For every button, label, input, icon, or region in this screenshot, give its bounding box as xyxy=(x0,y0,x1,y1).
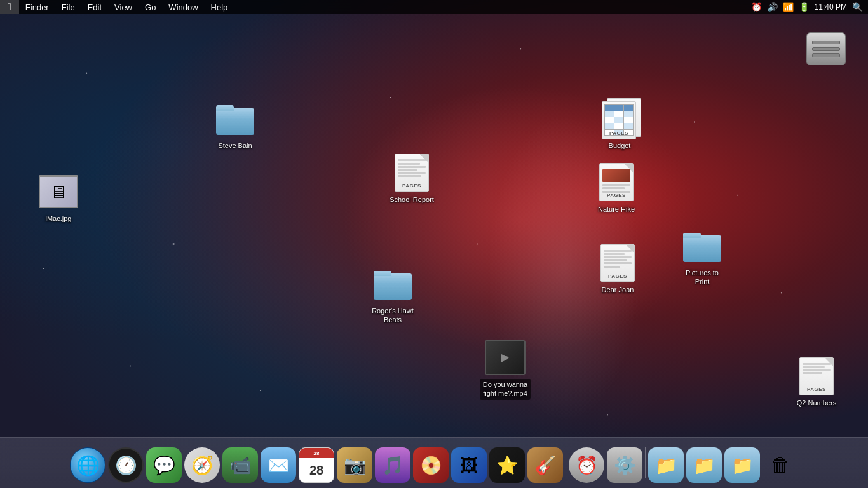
rogers-hawt-label: Roger's Hawt Beats xyxy=(367,306,418,325)
time-machine-menubar-icon[interactable]: ⏰ xyxy=(751,2,762,12)
file-menu[interactable]: File xyxy=(55,0,81,14)
video-label: Do you wanna fight me?.mp4 xyxy=(480,379,531,400)
hard-drive-label xyxy=(824,71,828,72)
dock-calendar[interactable]: 28 28 xyxy=(299,447,334,483)
dock-preview[interactable]: 🖼 xyxy=(451,447,487,483)
dock-folder-2[interactable]: 📁 xyxy=(686,447,722,483)
dock-finder[interactable]: 🌐 xyxy=(70,447,105,483)
sound-icon[interactable]: 🔊 xyxy=(767,2,778,12)
school-report-icon: PAGES xyxy=(395,154,429,192)
battery-icon: 🔋 xyxy=(799,2,810,12)
dock-guitar[interactable]: 🎸 xyxy=(527,447,563,483)
dock-activity-monitor[interactable]: 🕐 xyxy=(108,447,144,483)
dock-safari[interactable]: 🧭 xyxy=(184,447,220,483)
dock-iphoto[interactable]: 📷 xyxy=(337,447,372,483)
school-report-label: School Report xyxy=(388,194,436,205)
dock-separator-2 xyxy=(645,447,646,478)
help-menu[interactable]: Help xyxy=(205,0,234,14)
dock-folder-3[interactable]: 📁 xyxy=(724,447,760,483)
dear-joan-icon: PAGES xyxy=(600,244,635,282)
desktop-icon-steve-bain[interactable]: Steve Bain xyxy=(207,98,264,151)
steve-bain-label: Steve Bain xyxy=(216,140,254,151)
dock-separator xyxy=(566,447,566,478)
video-thumbnail-icon: ▶ xyxy=(485,340,526,375)
q2-numbers-label: Q2 Numbers xyxy=(795,398,838,408)
desktop[interactable] xyxy=(0,0,868,488)
desktop-icon-rogers-hawt[interactable]: Roger's Hawt Beats xyxy=(364,264,421,325)
budget-icon: PAGES xyxy=(602,101,636,139)
dock-ichat[interactable]: 💬 xyxy=(146,447,182,483)
rogers-folder-icon xyxy=(374,268,412,300)
dock: 🌐 🕐 💬 🧭 📹 xyxy=(0,437,868,488)
finder-menu[interactable]: Finder xyxy=(19,0,55,14)
wifi-icon[interactable]: 📶 xyxy=(783,2,794,12)
window-menu[interactable]: Window xyxy=(162,0,204,14)
pictures-folder-icon xyxy=(683,230,721,262)
desktop-icon-school-report[interactable]: PAGES School Report xyxy=(383,152,440,205)
nature-hike-label: Nature Hike xyxy=(596,204,637,214)
clock: 11:40 PM xyxy=(815,3,847,11)
desktop-icon-dear-joan[interactable]: PAGES Dear Joan xyxy=(589,243,646,295)
dock-garageband[interactable]: ⭐ xyxy=(489,447,525,483)
dock-dvd-player[interactable]: 📀 xyxy=(413,447,449,483)
hard-drive-icon xyxy=(806,32,846,65)
desktop-icon-imac-jpg[interactable]: 🖥 iMac.jpg xyxy=(33,172,84,224)
edit-menu[interactable]: Edit xyxy=(81,0,108,14)
desktop-icon-pictures-to-print[interactable]: Pictures to Print xyxy=(670,226,734,287)
desktop-icon-hard-drive[interactable] xyxy=(801,29,851,72)
budget-label: Budget xyxy=(607,140,633,151)
nature-hike-icon: PAGES xyxy=(599,163,634,201)
desktop-icon-budget[interactable]: PAGES Budget xyxy=(591,98,648,151)
imac-jpg-label: iMac.jpg xyxy=(44,214,74,224)
dock-folder-1[interactable]: 📁 xyxy=(648,447,684,483)
pictures-to-print-label: Pictures to Print xyxy=(677,268,728,287)
dock-trash[interactable]: 🗑 xyxy=(763,447,798,483)
desktop-icon-q2-numbers[interactable]: PAGES Q2 Numbers xyxy=(788,356,845,408)
imac-jpg-icon: 🖥 xyxy=(39,175,78,208)
view-menu[interactable]: View xyxy=(108,0,139,14)
dock-mail[interactable]: ✉️ xyxy=(261,447,296,483)
q2-numbers-icon: PAGES xyxy=(799,357,834,395)
dear-joan-label: Dear Joan xyxy=(600,285,636,295)
dock-time-machine[interactable]: ⏰ xyxy=(569,447,604,483)
dock-system-preferences[interactable]: ⚙️ xyxy=(607,447,642,483)
go-menu[interactable]: Go xyxy=(139,0,162,14)
steve-bain-folder-icon xyxy=(216,103,254,135)
spotlight-icon[interactable]: 🔍 xyxy=(852,2,863,12)
menubar:  Finder File Edit View Go Window Help ⏰… xyxy=(0,0,868,14)
desktop-icon-video[interactable]: ▶ Do you wanna fight me?.mp4 xyxy=(470,337,540,400)
desktop-icon-nature-hike[interactable]: PAGES Nature Hike xyxy=(585,162,648,214)
apple-menu[interactable]:  xyxy=(0,0,19,14)
dock-facetime[interactable]: 📹 xyxy=(222,447,258,483)
dock-itunes[interactable]: 🎵 xyxy=(375,447,410,483)
